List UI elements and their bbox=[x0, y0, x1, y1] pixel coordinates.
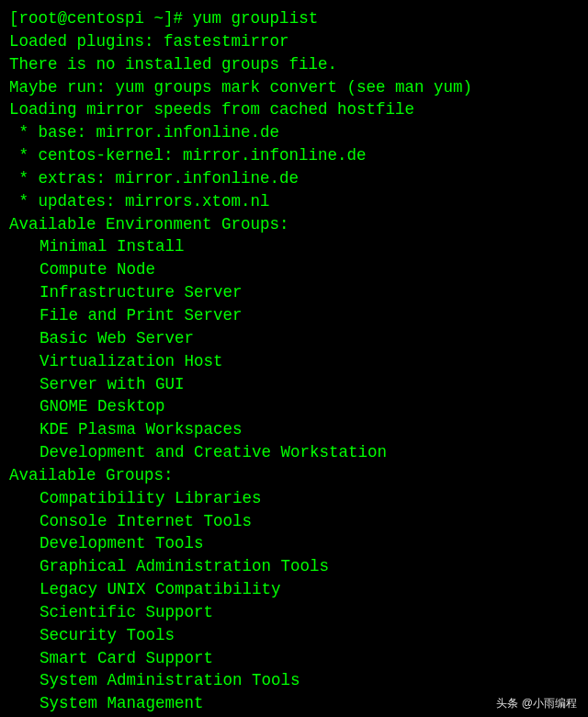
avail-group-item: System Management bbox=[9, 692, 579, 715]
env-group-item: Compute Node bbox=[9, 258, 579, 281]
env-group-item: KDE Plasma Workspaces bbox=[9, 418, 579, 441]
output-line: There is no installed groups file. bbox=[9, 53, 579, 76]
env-group-item: Virtualization Host bbox=[9, 350, 579, 373]
bracket-open: [ bbox=[9, 9, 19, 28]
avail-group-item: Security Tools bbox=[9, 624, 579, 647]
env-group-item: Basic Web Server bbox=[9, 327, 579, 350]
env-group-item: Server with GUI bbox=[9, 373, 579, 396]
output-line: Loaded plugins: fastestmirror bbox=[9, 30, 579, 53]
prompt-line-1: [root@centospi ~]# yum grouplist bbox=[9, 7, 579, 30]
avail-group-item: Compatibility Libraries bbox=[9, 487, 579, 510]
mirror-line: * base: mirror.infonline.de bbox=[9, 121, 579, 144]
avail-group-item: Development Tools bbox=[9, 532, 579, 555]
terminal[interactable]: [root@centospi ~]# yum grouplist Loaded … bbox=[9, 7, 579, 717]
prompt-at: @ bbox=[58, 9, 68, 28]
prompt-host: centospi bbox=[67, 9, 144, 28]
output-line: Loading mirror speeds from cached hostfi… bbox=[9, 98, 579, 121]
env-group-item: Infrastructure Server bbox=[9, 281, 579, 304]
avail-group-item: Smart Card Support bbox=[9, 647, 579, 670]
command: yum grouplist bbox=[193, 9, 319, 28]
env-group-item: File and Print Server bbox=[9, 304, 579, 327]
avail-group-item: System Administration Tools bbox=[9, 669, 579, 692]
mirror-line: * extras: mirror.infonline.de bbox=[9, 167, 579, 190]
avail-group-item: Console Internet Tools bbox=[9, 510, 579, 533]
prompt-dir: ~ bbox=[144, 9, 164, 28]
env-group-item: GNOME Desktop bbox=[9, 395, 579, 418]
avail-groups-header: Available Groups: bbox=[9, 464, 579, 487]
avail-group-item: Graphical Administration Tools bbox=[9, 555, 579, 578]
mirror-line: * centos-kernel: mirror.infonline.de bbox=[9, 144, 579, 167]
avail-group-item: Scientific Support bbox=[9, 601, 579, 624]
env-groups-header: Available Environment Groups: bbox=[9, 213, 579, 236]
prompt-user: root bbox=[19, 9, 58, 28]
bracket-close: ]# bbox=[164, 9, 183, 28]
env-group-item: Minimal Install bbox=[9, 235, 579, 258]
output-line: Maybe run: yum groups mark convert (see … bbox=[9, 76, 579, 99]
watermark: 头条 @小雨编程 bbox=[496, 696, 577, 711]
env-group-item: Development and Creative Workstation bbox=[9, 441, 579, 464]
mirror-line: * updates: mirrors.xtom.nl bbox=[9, 190, 579, 213]
avail-group-item: Legacy UNIX Compatibility bbox=[9, 578, 579, 601]
